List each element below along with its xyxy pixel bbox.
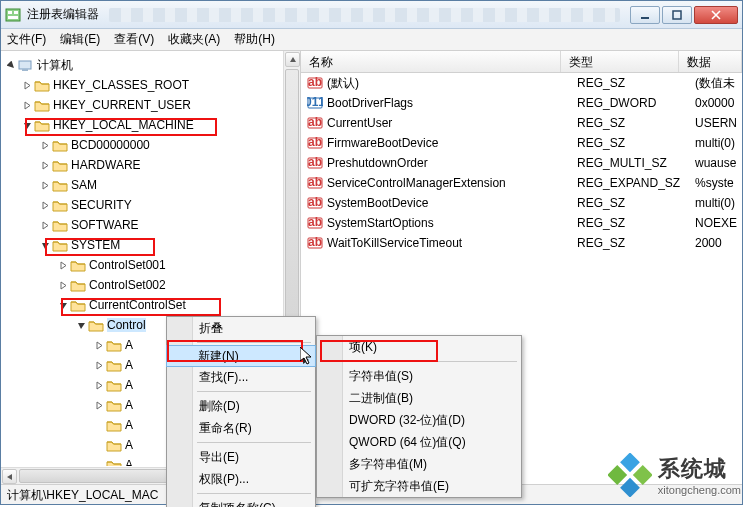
expander-icon[interactable] xyxy=(75,321,87,330)
folder-icon xyxy=(70,259,86,272)
window-title: 注册表编辑器 xyxy=(27,6,99,23)
expander-icon[interactable] xyxy=(93,401,105,410)
menu-new[interactable]: 新建(N) xyxy=(166,345,316,367)
tree-node[interactable]: BCD00000000 xyxy=(5,135,300,155)
minimize-button[interactable] xyxy=(630,6,660,24)
table-row[interactable]: ab SystemStartOptions REG_SZ NOEXE xyxy=(301,213,742,233)
cell-data: 0x0000 xyxy=(695,96,742,110)
tree-label: HKEY_CLASSES_ROOT xyxy=(53,78,189,92)
tree-node[interactable]: ControlSet002 xyxy=(5,275,300,295)
table-row[interactable]: ab ServiceControlManagerExtension REG_EX… xyxy=(301,173,742,193)
menu-label: 权限(P)... xyxy=(199,471,249,488)
scrollbar-thumb[interactable] xyxy=(19,469,189,483)
table-row[interactable]: ab (默认) REG_SZ (数值未 xyxy=(301,73,742,93)
folder-icon xyxy=(70,279,86,292)
column-data[interactable]: 数据 xyxy=(679,51,742,72)
tree-node[interactable]: SOFTWARE xyxy=(5,215,300,235)
table-row[interactable]: ab FirmwareBootDevice REG_SZ multi(0) xyxy=(301,133,742,153)
menu-new-qword[interactable]: QWORD (64 位)值(Q) xyxy=(317,431,521,453)
value-icon: ab xyxy=(307,135,323,151)
menu-new-key[interactable]: 项(K) xyxy=(317,336,521,358)
menu-fav[interactable]: 收藏夹(A) xyxy=(168,31,220,48)
expander-icon[interactable] xyxy=(57,261,69,270)
expander-icon[interactable] xyxy=(39,201,51,210)
cell-name: PreshutdownOrder xyxy=(327,156,577,170)
menu-new-string[interactable]: 字符串值(S) xyxy=(317,365,521,387)
cell-name: ServiceControlManagerExtension xyxy=(327,176,577,190)
svg-rect-2 xyxy=(14,11,18,14)
menu-permissions[interactable]: 权限(P)... xyxy=(167,468,315,490)
menu-new-multi[interactable]: 多字符串值(M) xyxy=(317,453,521,475)
menu-separator xyxy=(197,391,311,392)
expander-icon[interactable] xyxy=(93,341,105,350)
expander-icon[interactable] xyxy=(21,101,33,110)
value-icon: ab xyxy=(307,195,323,211)
expander-icon[interactable] xyxy=(39,221,51,230)
svg-text:011: 011 xyxy=(307,95,323,109)
cell-type: REG_SZ xyxy=(577,216,695,230)
tree-label: A xyxy=(125,418,133,432)
expander-icon[interactable] xyxy=(57,281,69,290)
scrollbar-thumb[interactable] xyxy=(285,69,299,329)
tree-node[interactable]: SAM xyxy=(5,175,300,195)
tree-node[interactable]: HKEY_CLASSES_ROOT xyxy=(5,75,300,95)
menu-copy-key-name[interactable]: 复制项名称(C) xyxy=(167,497,315,507)
tree-node[interactable]: ControlSet001 xyxy=(5,255,300,275)
menu-delete[interactable]: 删除(D) xyxy=(167,395,315,417)
titlebar[interactable]: 注册表编辑器 xyxy=(1,1,742,29)
cell-type: REG_SZ xyxy=(577,116,695,130)
menu-edit[interactable]: 编辑(E) xyxy=(60,31,100,48)
table-row[interactable]: ab PreshutdownOrder REG_MULTI_SZ wuause xyxy=(301,153,742,173)
table-row[interactable]: ab CurrentUser REG_SZ USERN xyxy=(301,113,742,133)
expander-icon[interactable] xyxy=(21,81,33,90)
column-type[interactable]: 类型 xyxy=(561,51,679,72)
tree-label: A xyxy=(125,398,133,412)
tree-node[interactable]: HKEY_LOCAL_MACHINE xyxy=(5,115,300,135)
tree-node[interactable]: HKEY_CURRENT_USER xyxy=(5,95,300,115)
menu-collapse[interactable]: 折叠 xyxy=(167,317,315,339)
menu-view[interactable]: 查看(V) xyxy=(114,31,154,48)
context-submenu-new: 项(K) 字符串值(S) 二进制值(B) DWORD (32-位)值(D) QW… xyxy=(316,335,522,498)
tree-node-computer[interactable]: 计算机 xyxy=(5,55,300,75)
menu-label: 项(K) xyxy=(349,339,377,356)
cell-type: REG_SZ xyxy=(577,136,695,150)
cell-type: REG_EXPAND_SZ xyxy=(577,176,695,190)
menu-new-binary[interactable]: 二进制值(B) xyxy=(317,387,521,409)
cell-name: FirmwareBootDevice xyxy=(327,136,577,150)
menu-new-expand[interactable]: 可扩充字符串值(E) xyxy=(317,475,521,497)
cell-data: NOEXE xyxy=(695,216,742,230)
expander-icon[interactable] xyxy=(39,141,51,150)
expander-icon[interactable] xyxy=(93,361,105,370)
expander-icon[interactable] xyxy=(57,301,69,310)
cell-name: SystemStartOptions xyxy=(327,216,577,230)
svg-text:ab: ab xyxy=(308,75,322,89)
expander-icon[interactable] xyxy=(93,381,105,390)
table-row[interactable]: 011 BootDriverFlags REG_DWORD 0x0000 xyxy=(301,93,742,113)
table-row[interactable]: ab WaitToKillServiceTimeout REG_SZ 2000 xyxy=(301,233,742,253)
close-button[interactable] xyxy=(694,6,738,24)
tree-node[interactable]: HARDWARE xyxy=(5,155,300,175)
menu-find[interactable]: 查找(F)... xyxy=(167,366,315,388)
expander-icon[interactable] xyxy=(21,121,33,130)
column-name[interactable]: 名称 xyxy=(301,51,561,72)
menu-file[interactable]: 文件(F) xyxy=(7,31,46,48)
folder-icon xyxy=(52,139,68,152)
status-path: 计算机\HKEY_LOCAL_MAC xyxy=(7,488,158,502)
tree-node[interactable]: SYSTEM xyxy=(5,235,300,255)
expander-icon[interactable] xyxy=(39,161,51,170)
scroll-up-button[interactable] xyxy=(285,52,300,67)
scroll-left-button[interactable] xyxy=(2,469,17,484)
expander-icon[interactable] xyxy=(39,241,51,250)
svg-rect-27 xyxy=(633,465,652,485)
menu-rename[interactable]: 重命名(R) xyxy=(167,417,315,439)
expander-icon[interactable] xyxy=(5,61,17,70)
menu-label: DWORD (32-位)值(D) xyxy=(349,412,465,429)
expander-icon[interactable] xyxy=(39,181,51,190)
table-row[interactable]: ab SystemBootDevice REG_SZ multi(0) xyxy=(301,193,742,213)
tree-node[interactable]: SECURITY xyxy=(5,195,300,215)
menu-export[interactable]: 导出(E) xyxy=(167,446,315,468)
menu-new-dword[interactable]: DWORD (32-位)值(D) xyxy=(317,409,521,431)
menu-help[interactable]: 帮助(H) xyxy=(234,31,275,48)
tree-node[interactable]: CurrentControlSet xyxy=(5,295,300,315)
maximize-button[interactable] xyxy=(662,6,692,24)
